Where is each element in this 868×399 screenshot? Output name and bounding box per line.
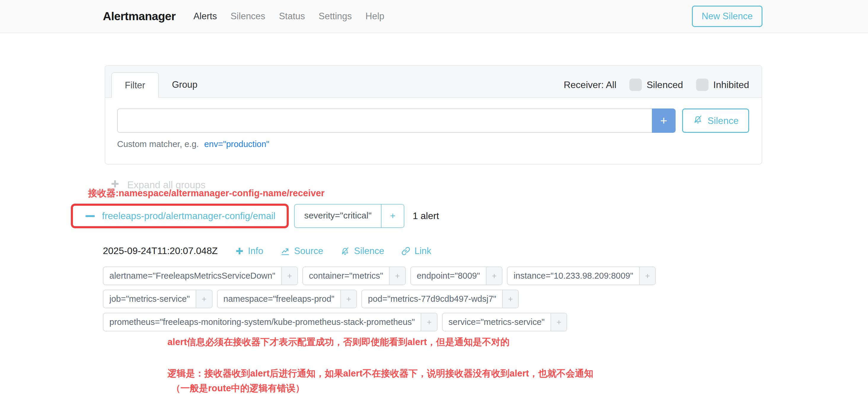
silence-action-label: Silence (354, 246, 384, 256)
label-pill-pod: pod="metrics-77d9cdb497-wdsj7" + (361, 289, 519, 308)
label-value: pod="metrics-77d9cdb497-wdsj7" (362, 290, 502, 308)
label-pill-namespace: namespace="freeleaps-prod" + (217, 289, 357, 308)
filter-card: Filter Group Receiver: All Silenced Inhi… (105, 65, 762, 164)
label-row: alertname="FreeleapsMetricsServiceDown" … (103, 267, 868, 285)
group-matcher-label: severity="critical" (295, 205, 381, 227)
group-receiver-link[interactable]: freeleaps-prod/alertmanager-config/email (102, 211, 275, 221)
label-add-filter-button[interactable]: + (639, 267, 655, 284)
silenced-checkbox[interactable] (629, 79, 642, 91)
label-row: job="metrics-service" + namespace="freel… (103, 289, 868, 308)
label-add-filter-button[interactable]: + (502, 290, 518, 308)
label-row: prometheus="freeleaps-monitoring-system/… (103, 313, 868, 331)
annotation-line-1: alert信息必须在接收器下才表示配置成功，否则即使能看到alert，但是通知是… (167, 336, 868, 348)
label-add-filter-button[interactable]: + (421, 313, 437, 331)
label-pill-alertname: alertname="FreeleapsMetricsServiceDown" … (103, 267, 298, 285)
label-value: service="metrics-service" (443, 313, 551, 331)
alert-detail: 2025-09-24T11:20:07.048Z Info Source (103, 245, 868, 331)
annotation-line-3: （一般是route中的逻辑有错误） (172, 382, 868, 395)
silenced-toggle[interactable]: Silenced (629, 79, 683, 91)
label-add-filter-button[interactable]: + (281, 267, 297, 284)
source-action[interactable]: Source (280, 246, 323, 256)
label-value: job="metrics-service" (103, 290, 196, 308)
filter-card-body: + Silence Custom matcher, e.g. env="prod… (105, 98, 762, 164)
label-value: namespace="freeleaps-prod" (218, 290, 340, 308)
group-matcher-plus-button[interactable]: + (381, 205, 404, 227)
group-matcher: severity="critical" + (294, 204, 404, 228)
hint-text: Custom matcher, e.g. (117, 139, 199, 149)
link-action-label: Link (414, 246, 431, 256)
tab-group[interactable]: Group (159, 72, 211, 97)
alert-labels: alertname="FreeleapsMetricsServiceDown" … (103, 267, 868, 331)
label-value: prometheus="freeleaps-monitoring-system/… (103, 313, 421, 331)
label-add-filter-button[interactable]: + (486, 267, 502, 284)
alert-group-row: freeleaps-prod/alertmanager-config/email… (71, 204, 868, 228)
matcher-row: + Silence (117, 109, 749, 133)
label-pill-endpoint: endpoint="8009" + (410, 267, 503, 285)
nav-item-settings[interactable]: Settings (319, 11, 352, 22)
silenced-label: Silenced (647, 80, 683, 90)
nav-item-help[interactable]: Help (366, 11, 384, 22)
bell-slash-icon (693, 115, 703, 127)
navbar: Alertmanager Alerts Silences Status Sett… (0, 0, 868, 33)
label-pill-job: job="metrics-service" + (103, 289, 213, 308)
alert-header-row: 2025-09-24T11:20:07.048Z Info Source (103, 245, 868, 256)
label-pill-prometheus: prometheus="freeleaps-monitoring-system/… (103, 313, 438, 331)
label-pill-container: container="metrics" + (302, 267, 406, 285)
hint-example-link[interactable]: env="production" (204, 139, 270, 149)
plus-icon (236, 247, 244, 255)
source-action-label: Source (294, 246, 323, 256)
matcher-hint: Custom matcher, e.g. env="production" (117, 139, 749, 149)
filter-options: Receiver: All Silenced Inhibited (563, 79, 749, 91)
collapse-minus-icon (85, 215, 95, 217)
info-action-label: Info (248, 246, 263, 256)
nav-links: Alerts Silences Status Settings Help (193, 11, 384, 22)
add-matcher-button[interactable]: + (652, 109, 676, 133)
inhibited-toggle[interactable]: Inhibited (696, 79, 749, 91)
annotation-highlight-box: freeleaps-prod/alertmanager-config/email (71, 204, 289, 228)
silence-filter-button[interactable]: Silence (682, 109, 749, 133)
label-value: container="metrics" (303, 267, 389, 284)
label-pill-instance: instance="10.233.98.209:8009" + (507, 267, 656, 285)
filter-card-header: Filter Group Receiver: All Silenced Inhi… (105, 66, 762, 98)
silence-action[interactable]: Silence (340, 246, 384, 256)
matcher-input[interactable] (117, 109, 652, 133)
tab-filter[interactable]: Filter (111, 72, 159, 98)
receiver-filter[interactable]: Receiver: All (563, 80, 616, 90)
inhibited-checkbox[interactable] (696, 79, 709, 91)
label-add-filter-button[interactable]: + (340, 290, 356, 308)
bell-slash-icon (340, 246, 350, 256)
label-add-filter-button[interactable]: + (196, 290, 212, 308)
annotation-line-2: 逻辑是：接收器收到alert后进行通知，如果alert不在接收器下，说明接收器没… (167, 367, 868, 380)
label-value: endpoint="8009" (411, 267, 486, 284)
info-action[interactable]: Info (236, 246, 263, 256)
alert-timestamp: 2025-09-24T11:20:07.048Z (103, 245, 218, 256)
receiver-annotation: 接收器:namespace/altermanager-config-name/r… (88, 187, 868, 200)
inhibited-label: Inhibited (713, 80, 749, 90)
silence-button-label: Silence (708, 115, 739, 126)
chart-icon (280, 246, 290, 256)
label-value: instance="10.233.98.209:8009" (507, 267, 639, 284)
label-value: alertname="FreeleapsMetricsServiceDown" (103, 267, 281, 284)
label-add-filter-button[interactable]: + (389, 267, 405, 284)
label-add-filter-button[interactable]: + (551, 313, 566, 331)
alert-count: 1 alert (413, 211, 439, 221)
nav-item-status[interactable]: Status (279, 11, 305, 22)
link-action[interactable]: Link (401, 246, 431, 256)
label-pill-service: service="metrics-service" + (442, 313, 567, 331)
new-silence-button[interactable]: New Silence (692, 6, 763, 27)
link-icon (401, 247, 410, 255)
nav-item-alerts[interactable]: Alerts (193, 11, 217, 22)
app-brand[interactable]: Alertmanager (103, 10, 176, 23)
nav-item-silences[interactable]: Silences (230, 11, 265, 22)
